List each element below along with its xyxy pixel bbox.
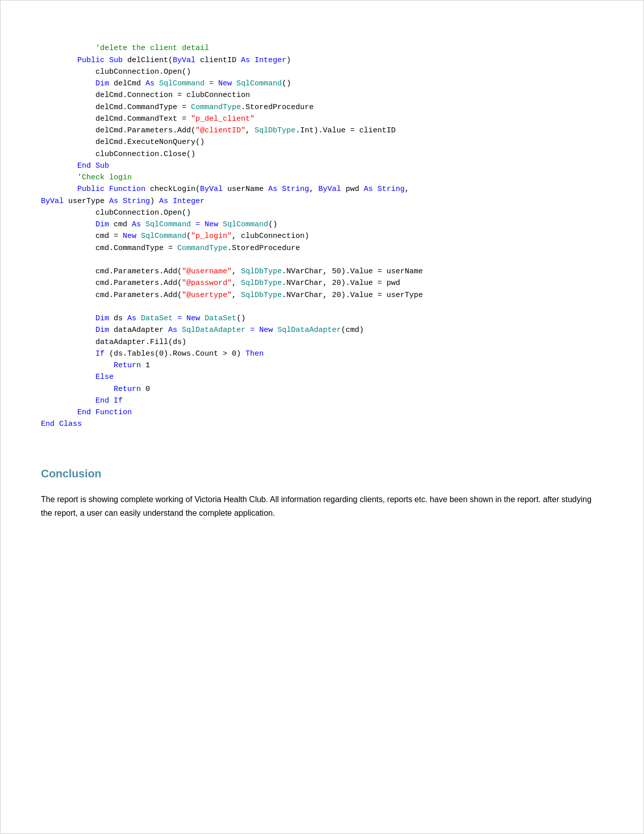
code-line: delCmd.Connection = clubConnection [41,91,250,100]
code-line: ByVal userType As String) As Integer [41,197,205,206]
code-line: cmd.Parameters.Add("@username", SqlDbTyp… [41,267,423,276]
code-line: End Sub [41,162,109,170]
code-line: End Class [41,420,82,428]
code-line: Return 1 [41,361,150,370]
code-line: Return 0 [41,385,150,394]
code-line: delCmd.CommandText = "p_del_client" [41,115,255,123]
code-line: cmd = New SqlCommand("p_login", clubConn… [41,232,309,240]
code-line: End Function [41,408,132,417]
code-line: If (ds.Tables(0).Rows.Count > 0) Then [41,350,264,358]
conclusion-section: Conclusion The report is showing complet… [41,467,603,520]
code-line: Dim ds As DataSet = New DataSet() [41,314,245,323]
code-line: Public Sub delClient(ByVal clientID As I… [41,56,291,65]
code-line: Dim dataAdapter As SqlDataAdapter = New … [41,326,364,334]
code-line: Else [41,373,114,381]
conclusion-heading: Conclusion [41,467,603,480]
code-line: dataAdapter.Fill(ds) [41,338,186,347]
code-line: delCmd.CommandType = CommandType.StoredP… [41,103,314,112]
code-line: delCmd.Parameters.Add("@clientID", SqlDb… [41,126,395,135]
code-line: cmd.CommandType = CommandType.StoredProc… [41,244,300,253]
code-line: clubConnection.Close() [41,150,195,159]
code-line: cmd.Parameters.Add("@password", SqlDbTyp… [41,279,400,287]
code-line: delCmd.ExecuteNonQuery() [41,138,205,146]
comment-delete: 'delete the client detail [59,44,209,53]
code-block: 'delete the client detail Public Sub del… [41,31,603,442]
code-line: Dim delCmd As SqlCommand = New SqlComman… [41,79,291,88]
code-line: cmd.Parameters.Add("@usertype", SqlDbTyp… [41,291,423,300]
comment-checklogin: 'Check login [41,173,132,182]
conclusion-body: The report is showing complete working o… [41,493,603,520]
code-line: clubConnection.Open() [41,209,191,217]
page-container: 'delete the client detail Public Sub del… [0,0,644,834]
code-line: Dim cmd As SqlCommand = New SqlCommand() [41,220,277,229]
code-line: End If [41,397,123,405]
code-line: clubConnection.Open() [41,68,191,76]
code-line: Public Function checkLogin(ByVal userNam… [41,185,409,193]
